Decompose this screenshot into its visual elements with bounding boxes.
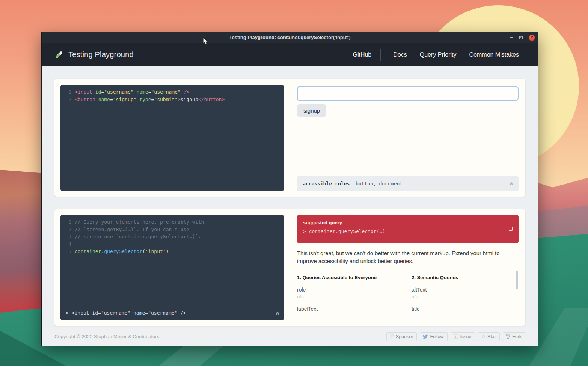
- code-line: 5container.querySelector('input'): [60, 248, 284, 255]
- username-input[interactable]: [297, 86, 519, 101]
- signup-button[interactable]: signup: [297, 104, 326, 117]
- code-line: 1<input id="username" name="username" />: [60, 88, 284, 96]
- suggested-query-title: suggested query: [303, 220, 513, 225]
- query-card: 1// Query your elements here, preferably…: [54, 209, 525, 326]
- test-tube-logo-icon: [54, 50, 63, 59]
- markup-card: 1<input id="username" name="username" />…: [54, 79, 525, 197]
- accessible-roles-bar: accessible roles: button, document ∧: [297, 176, 519, 191]
- heart-icon: ♡: [389, 334, 394, 339]
- fork-icon: [506, 334, 510, 339]
- code-line: 1// Query your elements here, preferably…: [60, 218, 284, 226]
- advice-text: This isn't great, but we can't do better…: [297, 250, 519, 265]
- accessible-roles-value: : button, document: [350, 181, 403, 186]
- nav-github[interactable]: GitHub: [346, 51, 371, 58]
- code-line: 4: [60, 240, 284, 248]
- accessible-roles-label: accessible roles: [303, 181, 350, 186]
- query-editor[interactable]: 1// Query your elements here, preferably…: [60, 215, 284, 320]
- collapse-console-chevron-icon[interactable]: ∧: [275, 309, 279, 317]
- window-titlebar[interactable]: Testing Playground: container.querySelec…: [42, 32, 538, 43]
- nav-query-priority[interactable]: Query Priority: [413, 51, 463, 58]
- copy-icon[interactable]: [507, 227, 513, 233]
- issue-icon: !: [454, 334, 458, 339]
- query-item-role[interactable]: role n/a: [297, 287, 412, 299]
- nav-docs[interactable]: Docs: [387, 51, 413, 58]
- nav-common-mistakes[interactable]: Common Mistakes: [463, 51, 525, 58]
- fork-button[interactable]: Fork: [503, 332, 525, 341]
- app-title: Testing Playground: [68, 50, 134, 59]
- query-item-labeltext[interactable]: labelText: [297, 306, 412, 319]
- code-line: 3// screen use `container.querySelector(…: [60, 233, 284, 240]
- brand: Testing Playground: [54, 50, 134, 59]
- query-item-title[interactable]: title: [412, 306, 519, 319]
- query-column-semantic: 2. Semantic Queries altText n/a title: [412, 275, 519, 320]
- follow-button[interactable]: Follow: [420, 332, 447, 341]
- suggested-query-panel: suggested query > container.querySelecto…: [297, 215, 519, 243]
- query-column-heading: 1. Queries Accessible to Everyone: [297, 275, 412, 280]
- collapse-roles-chevron-icon[interactable]: ∧: [509, 181, 513, 186]
- query-column-accessible: 1. Queries Accessible to Everyone role n…: [297, 275, 412, 320]
- close-button[interactable]: ✕: [529, 35, 535, 41]
- twitter-icon: [423, 334, 428, 339]
- minimize-button[interactable]: [510, 37, 513, 38]
- query-result-console: > <input id="username" name="username" /…: [60, 306, 284, 320]
- app-window: Testing Playground: container.querySelec…: [41, 32, 538, 346]
- query-list-section: 1. Queries Accessible to Everyone role n…: [297, 270, 519, 320]
- maximize-button[interactable]: [519, 36, 523, 39]
- suggested-query-text: > container.querySelector(…): [303, 228, 513, 234]
- html-editor[interactable]: 1<input id="username" name="username" />…: [60, 85, 284, 191]
- code-line: 2<button name="signup" type="submit">sig…: [60, 96, 284, 103]
- sponsor-button[interactable]: ♡ Sponsor: [386, 332, 417, 341]
- preview-pane: signup accessible roles: button, documen…: [297, 85, 519, 191]
- issue-button[interactable]: ! Issue: [451, 332, 475, 341]
- query-column-heading: 2. Semantic Queries: [412, 275, 519, 280]
- nav-divider: [380, 49, 381, 61]
- code-line: 2// `screen.getBy…(…)`. If you can't use: [60, 226, 284, 233]
- window-title: Testing Playground: container.querySelec…: [229, 35, 350, 40]
- header-nav: GitHub Docs Query Priority Common Mistak…: [346, 49, 525, 61]
- star-icon: ☆: [481, 334, 485, 339]
- suggestion-pane: suggested query > container.querySelecto…: [297, 215, 519, 320]
- main-content: 1<input id="username" name="username" />…: [42, 66, 538, 327]
- footer: Copyright © 2020 Stephan Meijer & Contri…: [42, 327, 538, 346]
- star-button[interactable]: ☆ Star: [478, 332, 500, 341]
- query-item-alttext[interactable]: altText n/a: [412, 287, 519, 299]
- app-header: Testing Playground GitHub Docs Query Pri…: [42, 43, 538, 66]
- query-result-text: > <input id="username" name="username" /…: [66, 309, 186, 317]
- scrollbar-thumb[interactable]: [516, 271, 518, 289]
- footer-badges: ♡ Sponsor Follow ! Issue ☆ Star: [386, 332, 525, 341]
- copyright-text: Copyright © 2020 Stephan Meijer & Contri…: [54, 334, 159, 339]
